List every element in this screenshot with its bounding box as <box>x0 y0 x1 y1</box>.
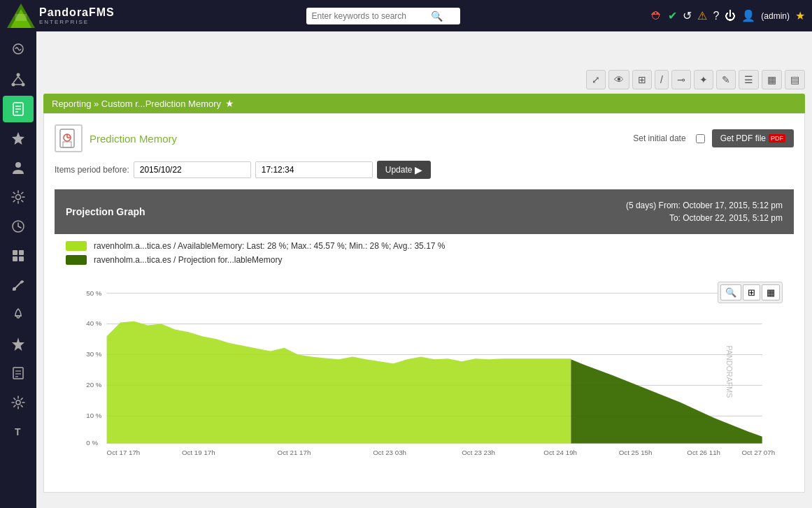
svg-point-22 <box>13 287 16 291</box>
graph-container: 🔍 ⊞ ▦ 50 % 40 % 30 % 20 % 10 % 0 % <box>55 276 794 481</box>
logo-subtitle: ENTERPRISE <box>39 19 115 25</box>
report-header: Prediction Memory Set initial date Get P… <box>55 124 794 152</box>
update-arrow-icon: ▶ <box>415 164 422 175</box>
toolbar-grid-btn[interactable]: ⊞ <box>632 70 652 89</box>
svg-rect-2 <box>15 14 27 21</box>
y-label-20: 20 % <box>86 381 102 389</box>
items-period-label: Items period before: <box>55 165 129 175</box>
search-area[interactable]: 🔍 <box>306 8 460 24</box>
sidebar-item-deploy[interactable]: T <box>3 419 34 445</box>
logo-text: PandoraFMS <box>39 6 115 18</box>
sidebar-item-events[interactable] <box>3 125 34 152</box>
sidebar-item-config[interactable] <box>3 389 34 416</box>
set-initial-label: Set initial date <box>633 133 685 143</box>
x-label-1: Oct 19 17h <box>182 449 215 456</box>
logo-area: PandoraFMS ENTERPRISE <box>7 3 115 28</box>
projection-date-line1: (5 days) From: October 17, 2015, 5:12 pm <box>626 199 783 212</box>
toolbar-list-btn[interactable]: ☰ <box>739 70 759 89</box>
report-title-prefix: Prediction <box>90 133 136 145</box>
toolbar-edit-btn[interactable]: ✎ <box>716 70 736 89</box>
sidebar-item-settings[interactable] <box>3 184 34 210</box>
get-pdf-label: Get PDF file <box>720 133 766 143</box>
report-area: Prediction Memory Set initial date Get P… <box>43 113 805 493</box>
svg-rect-21 <box>19 256 24 261</box>
time-input[interactable] <box>255 161 373 178</box>
chart-light-green-area <box>107 321 571 444</box>
svg-text:T: T <box>15 426 21 437</box>
y-label-30: 30 % <box>86 350 102 358</box>
sidebar-item-reports[interactable] <box>3 96 34 122</box>
toolbar-table-btn[interactable]: ▤ <box>785 70 805 89</box>
get-pdf-button[interactable]: Get PDF file PDF <box>712 129 794 147</box>
report-controls: Set initial date Get PDF file PDF <box>633 129 794 147</box>
projection-date-line2: To: October 22, 2015, 5:12 pm <box>626 212 783 224</box>
svg-point-29 <box>16 400 20 405</box>
navbar: PandoraFMS ENTERPRISE 🔍 ⛑ ✔ ↺ ⚠ ? ⏻ 👤 (a… <box>0 0 812 31</box>
sidebar-item-tools[interactable] <box>3 272 34 298</box>
sidebar-item-users[interactable] <box>3 154 34 181</box>
nav-warning-icon[interactable]: ⚠ <box>697 9 707 22</box>
report-icon <box>55 124 83 152</box>
nav-refresh-icon[interactable]: ↺ <box>683 9 692 22</box>
nav-question-icon[interactable]: ? <box>713 10 719 22</box>
x-label-7: Oct 26 11h <box>687 449 720 456</box>
nav-star-icon[interactable]: ★ <box>795 9 805 22</box>
y-label-0: 0 % <box>86 439 98 447</box>
search-icon: 🔍 <box>431 10 443 22</box>
x-label-6: Oct 25 15h <box>619 449 653 456</box>
x-label-8: Oct 27 07h <box>741 449 775 456</box>
graph-zoom-btn[interactable]: 🔍 <box>720 284 741 300</box>
sidebar-item-inventory[interactable] <box>3 242 34 269</box>
svg-rect-19 <box>19 250 24 255</box>
sidebar-item-history[interactable] <box>3 213 34 240</box>
toolbar-pin-btn[interactable]: / <box>655 70 669 89</box>
nav-user-icon[interactable]: 👤 <box>741 9 755 22</box>
graph-export-btn[interactable]: ▦ <box>762 284 780 300</box>
svg-rect-31 <box>60 129 74 147</box>
sidebar-item-topology[interactable] <box>3 66 34 93</box>
nav-icons: ⛑ ✔ ↺ ⚠ ? ⏻ 👤 (admin) ★ <box>651 9 805 22</box>
set-initial-checkbox[interactable] <box>696 134 705 143</box>
sidebar-item-notes[interactable] <box>3 360 34 386</box>
svg-point-4 <box>17 73 20 77</box>
projection-chart: 50 % 40 % 30 % 20 % 10 % 0 % <box>66 283 783 460</box>
nav-help-icon[interactable]: ⛑ <box>651 10 662 22</box>
update-button[interactable]: Update ▶ <box>377 161 432 179</box>
x-label-2: Oct 21 17h <box>278 449 311 456</box>
legend-color-light-green <box>66 241 87 251</box>
toolbar-row: ⤢ 👁 ⊞ / ⊸ ✦ ✎ ☰ ▦ ▤ <box>43 70 805 89</box>
sidebar-item-alerts[interactable] <box>3 301 34 328</box>
date-input[interactable] <box>134 161 251 178</box>
nav-check-icon[interactable]: ✔ <box>668 9 677 22</box>
toolbar-bar-btn[interactable]: ▦ <box>762 70 782 89</box>
toolbar-star-btn[interactable]: ✦ <box>694 70 713 89</box>
svg-point-15 <box>15 162 21 168</box>
toolbar-view-btn[interactable]: 👁 <box>608 70 629 89</box>
svg-rect-18 <box>13 250 17 255</box>
svg-rect-32 <box>63 142 71 147</box>
report-title: Prediction Memory <box>90 133 177 145</box>
sidebar-item-plugins[interactable] <box>3 331 34 357</box>
y-label-50: 50 % <box>86 289 102 297</box>
sidebar-item-monitor[interactable] <box>3 37 34 64</box>
nav-power-icon[interactable]: ⏻ <box>725 10 736 22</box>
graph-csv-btn[interactable]: ⊞ <box>743 284 760 300</box>
projection-title: Projection Graph <box>66 206 145 217</box>
search-input[interactable] <box>312 11 431 21</box>
breadcrumb-star[interactable]: ★ <box>225 98 234 109</box>
svg-marker-24 <box>12 338 24 351</box>
toolbar-expand-btn[interactable]: ⤢ <box>586 70 606 89</box>
toolbar-wand-btn[interactable]: ⊸ <box>671 70 691 89</box>
report-title-suffix: Memory <box>139 133 177 145</box>
pdf-badge: PDF <box>769 134 785 143</box>
svg-point-16 <box>16 195 21 200</box>
legend-text-2: ravenholm.a...tica.es / Projection for..… <box>94 255 282 265</box>
legend-color-dark-green <box>66 255 87 265</box>
breadcrumb: Reporting » Custom r...Prediction Memory… <box>43 94 805 113</box>
breadcrumb-path: Reporting » Custom r...Prediction Memory <box>52 99 221 109</box>
legend-text-1: ravenholm.a...tica.es / AvailableMemory:… <box>94 241 445 251</box>
projection-header: Projection Graph (5 days) From: October … <box>55 189 794 234</box>
svg-marker-14 <box>12 132 24 145</box>
legend-area: ravenholm.a...tica.es / AvailableMemory:… <box>55 234 794 276</box>
svg-line-7 <box>13 77 18 83</box>
